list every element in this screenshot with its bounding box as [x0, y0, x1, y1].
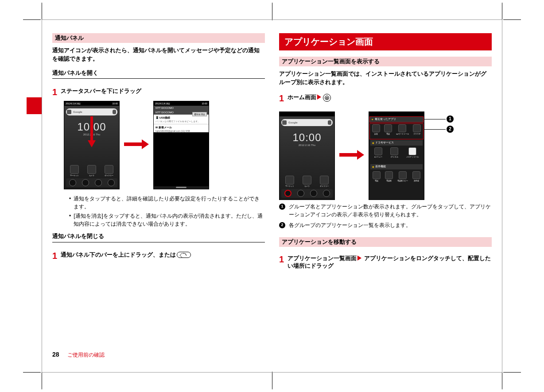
callout-number-1: 1 [447, 115, 454, 123]
dock-row: マーケット カメラ ギャラリー [281, 176, 333, 187]
drag-down-arrow-icon [88, 116, 96, 147]
crop-mark [42, 3, 42, 20]
status-date: 2012年2月16日 [66, 102, 81, 105]
callout-box-2 [369, 123, 424, 139]
callout-box-1 [369, 116, 424, 123]
dock-label: ギャラリー [105, 174, 113, 177]
bottom-dock [281, 189, 333, 198]
subheading-move-app: アプリケーションを移動する [279, 237, 492, 247]
callout-line [424, 129, 446, 130]
app-list-figure: ★最近使ったアプリ 設定 電話 spモードメール ブラウザ ◆ ドコモサービス … [369, 111, 424, 200]
heading-open-panel: 通知パネルを開く [52, 69, 265, 79]
home-screen-figure: 2012年2月16日10:00 Google 10:002012.2.16 Th… [64, 101, 120, 189]
body-text: アプリケーション一覧画面では、インストールされているアプリケーションがグループ別… [279, 70, 492, 87]
annotation-2: 2 各グループのアプリケーション一覧を表示します。 [279, 221, 492, 229]
step-1: 1 ステータスバーを下にドラッグ [52, 88, 265, 96]
body-text: 通知アイコンが表示されたら、通知パネルを開いてメッセージや予定などの通知を確認で… [52, 46, 265, 63]
step-number: 1 [279, 255, 284, 264]
annotation-1: 1 グループ名とアプリケーション数が表示されます。グループをタップして、アプリケ… [279, 203, 492, 219]
status-time: 10:00 [202, 102, 207, 105]
bullet-text: [通知を消去]をタップすると、通知パネル内の表示が消去されます。ただし、通知内容… [74, 212, 265, 228]
clear-button: 通知を消去 [192, 112, 207, 116]
bullet-icon: • [69, 212, 71, 228]
page-number: 28 [52, 351, 59, 358]
annotation-text: 各グループのアプリケーション一覧を表示します。 [289, 221, 411, 229]
status-date: 2012年2月16日 [155, 102, 170, 105]
status-time: 10:00 [112, 102, 118, 105]
svg-rect-4 [339, 153, 357, 157]
heading-app-screen: アプリケーション画面 [279, 33, 492, 50]
bottom-dock [66, 178, 117, 187]
crop-mark [503, 19, 521, 20]
group-header: ◆ ドコモサービス [370, 140, 423, 146]
panel-handle [176, 187, 187, 188]
annotation-num-icon: 2 [279, 222, 285, 228]
svg-marker-5 [357, 150, 364, 160]
step-text: アプリケーション一覧画面▶ アプリケーションをロングタッチして、配置したい場所に… [288, 255, 492, 270]
dock-label: マーケット [70, 174, 79, 177]
step-1-close: 1 通知パネル下のバーを上にドラッグ、または [52, 251, 265, 260]
callout-line [424, 119, 446, 119]
dock-row: マーケット カメラ ギャラリー [66, 165, 117, 177]
screenshot-row: Google 10:002012.2.16 Thu マーケット カメラ ギャラリ… [279, 111, 492, 200]
home-screen-figure: Google 10:002012.2.16 Thu マーケット カメラ ギャラリ… [279, 111, 335, 200]
svg-marker-3 [142, 139, 149, 149]
crop-mark [503, 372, 521, 373]
step-number: 1 [279, 94, 284, 103]
clock-widget: 10:002012.2.16 Thu [280, 131, 334, 146]
google-label: Google [288, 121, 298, 124]
crop-mark [272, 3, 272, 20]
crop-mark [502, 372, 502, 389]
heading-close-panel: 通知パネルを閉じる [52, 232, 265, 242]
apps-button-icon [323, 94, 331, 102]
step-text: 通知パネル下のバーを上にドラッグ、または [61, 251, 191, 259]
bullet-text: 通知をタップすると、詳細を確認したり必要な設定を行ったりすることができます。 [74, 195, 265, 211]
subheading-notif-panel: 通知パネル [52, 33, 265, 43]
step-text: ホーム画面▶ [288, 94, 331, 102]
annotation-text: グループ名とアプリケーション数が表示されます。グループをタップして、アプリケーシ… [289, 203, 492, 219]
subheading-show-list: アプリケーション一覧画面を表示する [279, 57, 492, 66]
svg-rect-0 [90, 116, 93, 140]
bullet-list: •通知をタップすると、詳細を確認したり必要な設定を行ったりすることができます。 … [69, 195, 265, 229]
dock-label: カメラ [89, 174, 94, 177]
back-button-icon [177, 252, 191, 258]
step-number: 1 [52, 251, 57, 260]
callout-number-2: 2 [447, 126, 454, 133]
step-text: ステータスバーを下にドラッグ [61, 88, 141, 96]
crop-mark [23, 372, 41, 373]
annotation-num-icon: 1 [279, 204, 285, 210]
step-1-move: 1 アプリケーション一覧画面▶ アプリケーションをロングタッチして、配置したい場… [279, 255, 492, 270]
svg-rect-2 [124, 142, 142, 146]
group-header: ◆ 基本機能 [370, 164, 423, 169]
arrow-right-icon [124, 139, 149, 151]
page-footer: 28 ご使用前の確認 [52, 351, 105, 359]
bullet-icon: • [69, 195, 71, 211]
step-number: 1 [52, 88, 57, 96]
step-1-right: 1 ホーム画面▶ [279, 94, 492, 103]
crop-mark [502, 3, 502, 20]
arrow-right-icon [339, 150, 364, 161]
google-label: Google [73, 111, 82, 113]
svg-marker-1 [88, 140, 96, 147]
notification-panel-figure: 2012年2月16日10:00 NTT DOCOMO NTT DOCOMO 通知… [153, 101, 209, 189]
section-title: ご使用前の確認 [67, 351, 105, 359]
crop-mark [272, 372, 272, 389]
apps-dock-icon [284, 190, 291, 197]
crop-mark [42, 372, 42, 389]
right-column: アプリケーション画面 アプリケーション一覧画面を表示する アプリケーション一覧画… [276, 33, 492, 359]
left-column: 通知パネル 通知アイコンが表示されたら、通知パネルを開いてメッセージや予定などの… [52, 33, 268, 359]
thumb-tab [27, 97, 42, 114]
crop-mark [23, 19, 41, 20]
carrier-label: NTT DOCOMO [154, 106, 209, 110]
search-bar: Google [66, 108, 117, 115]
screenshot-row: 2012年2月16日10:00 Google 10:002012.2.16 Th… [64, 101, 265, 189]
